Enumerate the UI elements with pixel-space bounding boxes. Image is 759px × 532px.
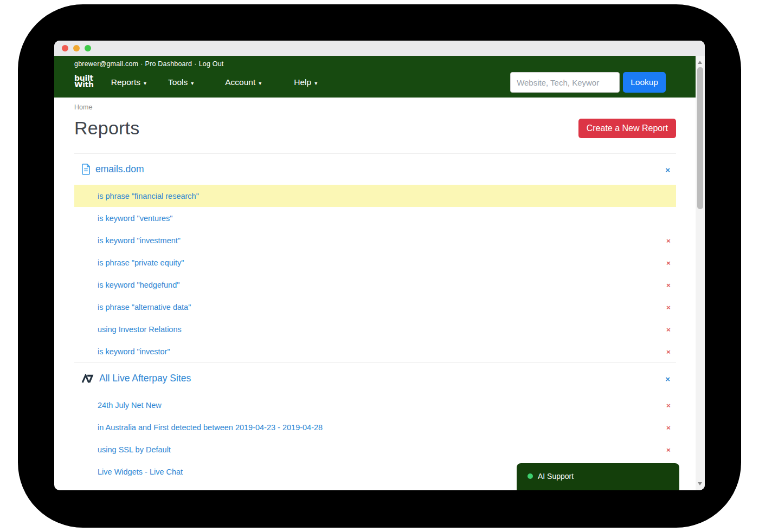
close-window-button[interactable] <box>62 45 68 51</box>
report-row-link[interactable]: is phrase "financial research" <box>98 192 199 200</box>
report-row: is keyword "hedgefund" × <box>74 274 676 296</box>
report-row: is phrase "financial research" <box>74 185 676 207</box>
report-row: using SSL by Default × <box>74 438 676 460</box>
row-remove-button[interactable]: × <box>666 446 671 454</box>
account-separator: · <box>140 60 143 68</box>
report-row-link[interactable]: is phrase "private equity" <box>98 258 184 267</box>
report-header: emails.dom × <box>74 154 676 185</box>
minimize-window-button[interactable] <box>73 45 80 51</box>
chat-minimize-button[interactable] <box>667 471 670 480</box>
report-row-link[interactable]: is keyword "investor" <box>98 347 170 356</box>
top-navbar: gbrewer@gmail.com·Pro Dashboard·Log Out … <box>54 56 696 98</box>
vertical-scrollbar[interactable] <box>696 56 705 490</box>
report-row: is phrase "alternative data" × <box>74 296 676 318</box>
builtwith-logo[interactable]: built With <box>74 75 94 88</box>
report-title-link[interactable]: All Live Afterpay Sites <box>99 373 191 384</box>
scrollbar-thumb[interactable] <box>697 67 703 209</box>
page-title: Reports <box>74 118 139 139</box>
nav-menu-reports[interactable]: Reports ▾ <box>111 77 146 87</box>
lookup-search-area: Lookup <box>510 72 666 93</box>
afterpay-icon <box>81 374 94 384</box>
account-separator: · <box>194 60 196 68</box>
online-status-dot <box>528 473 533 479</box>
report-close-button[interactable]: × <box>665 374 670 383</box>
report-header: All Live Afterpay Sites × <box>74 363 676 394</box>
chevron-down-icon: ▾ <box>144 80 146 86</box>
report-row: in Australia and First detected between … <box>74 416 676 438</box>
document-icon <box>81 164 91 175</box>
row-remove-button[interactable]: × <box>666 281 671 289</box>
row-remove-button[interactable]: × <box>666 237 671 245</box>
report-row-link[interactable]: is phrase "alternative data" <box>98 303 191 312</box>
nav-menu-label: Tools <box>168 77 188 87</box>
browser-window: gbrewer@gmail.com·Pro Dashboard·Log Out … <box>54 41 705 490</box>
nav-menu-label: Help <box>294 77 311 87</box>
row-remove-button[interactable]: × <box>666 259 671 267</box>
report-section: emails.dom × is phrase "financial resear… <box>74 153 676 362</box>
report-row: is keyword "investment" × <box>74 229 676 251</box>
page-header: Reports Create a New Report <box>74 118 676 139</box>
account-bar: gbrewer@gmail.com·Pro Dashboard·Log Out <box>74 60 696 68</box>
report-row-link[interactable]: is keyword "ventures" <box>98 214 172 223</box>
main-nav: built With Reports ▾ Tools ▾ Account ▾ H… <box>74 70 696 94</box>
account-email-link[interactable]: gbrewer@gmail.com <box>74 60 138 68</box>
lookup-button[interactable]: Lookup <box>623 72 666 93</box>
pro-dashboard-link[interactable]: Pro Dashboard <box>145 60 192 68</box>
chevron-down-icon: ▾ <box>191 80 194 86</box>
chevron-down-icon: ▾ <box>314 80 317 86</box>
window-titlebar <box>54 41 705 56</box>
logo-line-2: With <box>74 81 94 88</box>
breadcrumb[interactable]: Home <box>74 98 676 111</box>
report-row: is keyword "ventures" <box>74 207 676 229</box>
zoom-window-button[interactable] <box>85 45 91 51</box>
report-row: is phrase "private equity" × <box>74 251 676 274</box>
report-title-link[interactable]: emails.dom <box>95 164 144 175</box>
report-row-link[interactable]: using Investor Relations <box>98 325 182 334</box>
report-row-link[interactable]: in Australia and First detected between … <box>98 423 323 432</box>
report-row-link[interactable]: Live Widgets - Live Chat <box>98 468 183 476</box>
nav-menu-help[interactable]: Help ▾ <box>294 77 317 87</box>
nav-menu-account[interactable]: Account ▾ <box>225 77 261 87</box>
reports-list: emails.dom × is phrase "financial resear… <box>74 153 676 483</box>
ai-support-widget[interactable]: AI Support <box>517 463 679 490</box>
scrollbar-down-arrow[interactable] <box>698 482 702 485</box>
row-remove-button[interactable]: × <box>666 401 671 410</box>
row-remove-button[interactable]: × <box>666 424 671 432</box>
row-remove-button[interactable]: × <box>666 326 671 334</box>
report-row: is keyword "investor" × <box>74 340 676 362</box>
chevron-down-icon: ▾ <box>259 80 261 86</box>
report-row: using Investor Relations × <box>74 318 676 340</box>
create-report-button[interactable]: Create a New Report <box>578 119 676 138</box>
scrollbar-up-arrow[interactable] <box>698 61 702 64</box>
log-out-link[interactable]: Log Out <box>199 60 224 68</box>
report-row-link[interactable]: is keyword "investment" <box>98 236 181 245</box>
lookup-search-input[interactable] <box>510 72 620 93</box>
report-row: 24th July Net New × <box>74 394 676 416</box>
report-row-link[interactable]: 24th July Net New <box>98 401 162 410</box>
row-remove-button[interactable]: × <box>666 348 671 356</box>
report-row-link[interactable]: using SSL by Default <box>98 445 171 454</box>
page-content: Home Reports Create a New Report <box>54 98 705 490</box>
chat-title: AI Support <box>538 471 574 481</box>
nav-menu-label: Account <box>225 77 255 87</box>
report-row-link[interactable]: is keyword "hedgefund" <box>98 281 179 289</box>
row-remove-button[interactable]: × <box>666 303 671 312</box>
nav-menu-tools[interactable]: Tools ▾ <box>168 77 194 87</box>
nav-menu-label: Reports <box>111 77 140 87</box>
report-close-button[interactable]: × <box>665 165 670 174</box>
